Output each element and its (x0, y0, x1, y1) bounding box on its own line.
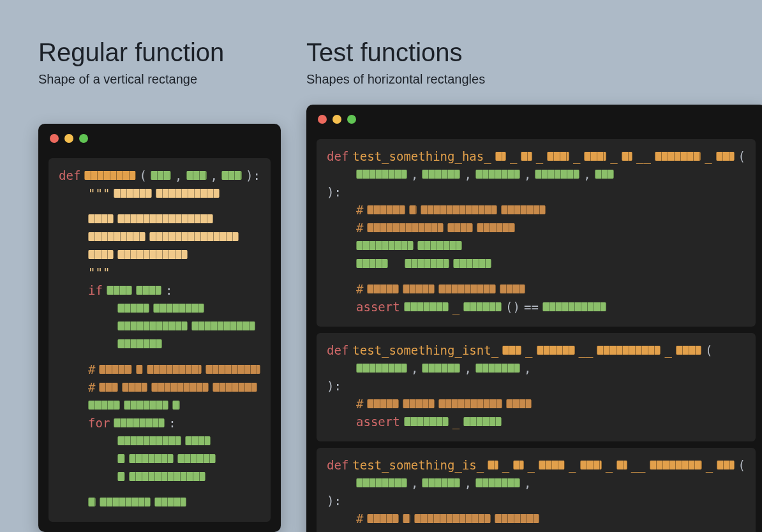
comment-block (414, 514, 491, 523)
fn-name-block (597, 346, 661, 355)
minimize-icon[interactable] (332, 115, 341, 124)
comment-block (447, 223, 473, 232)
comma: , (524, 476, 531, 490)
zoom-icon[interactable] (79, 134, 88, 143)
code-line: , , , (327, 475, 745, 491)
zoom-icon[interactable] (347, 115, 356, 124)
comma: , (464, 167, 471, 181)
minimize-icon[interactable] (64, 134, 73, 143)
comment-block (421, 205, 497, 214)
regular-function-pane: def (, , ): """ (49, 158, 271, 522)
code-line (59, 494, 260, 510)
fn-name-block (495, 152, 506, 161)
fn-name-block (717, 461, 734, 469)
code-line: ): (327, 184, 745, 200)
test-fn-name: test_something_has_ (352, 149, 491, 163)
fn-name-block (616, 461, 627, 469)
blank-line (59, 202, 260, 211)
docstring-block (156, 189, 220, 198)
stmt-block (117, 304, 149, 313)
keyword-for: for (88, 416, 110, 430)
docstring-block (117, 250, 188, 259)
var-block (124, 401, 168, 410)
comment-block (99, 383, 118, 392)
fn-name-block (580, 461, 602, 469)
comment-block (506, 399, 532, 408)
fn-name-block (676, 346, 701, 355)
code-line: # (327, 202, 745, 218)
comment-block (438, 399, 502, 408)
comment-hash: # (356, 397, 363, 411)
close-paren-colon: ): (327, 494, 341, 508)
expr-block (542, 302, 606, 311)
code-line: ): (327, 492, 745, 509)
code-body: def (, , ): """ (38, 149, 281, 532)
param-block (535, 170, 579, 179)
docstring-block (117, 214, 213, 223)
left-title: Regular function (38, 38, 281, 67)
stmt-block (153, 304, 204, 313)
stmt-block (117, 339, 162, 348)
docstring-open: """ (88, 186, 110, 200)
comment-block (409, 205, 417, 214)
parens: () (505, 300, 520, 314)
titlebar (38, 124, 281, 149)
fn-name-block (513, 461, 523, 469)
param-block (422, 478, 460, 487)
docstring-block (88, 232, 146, 241)
test-function-pane: def test_something_isnt_____( , , , ): # (317, 333, 756, 441)
close-icon[interactable] (50, 134, 59, 143)
right-subtitle: Shapes of horizontal rectangles (306, 72, 762, 87)
param-block (151, 171, 171, 180)
keyword-def: def (327, 149, 348, 163)
stmt-block (117, 321, 188, 330)
close-icon[interactable] (318, 115, 327, 124)
code-line (327, 237, 745, 254)
code-line (59, 397, 260, 413)
colon: : (165, 283, 172, 297)
param-block (186, 171, 207, 180)
keyword-def: def (327, 343, 348, 357)
code-line: def (, , ): (59, 167, 260, 184)
comment-block (403, 399, 435, 408)
fn-name-block (539, 461, 565, 469)
fn-name-block (650, 461, 702, 469)
code-line (59, 211, 260, 227)
stmt-block (117, 454, 125, 463)
comma: , (211, 168, 218, 182)
var-block (136, 286, 161, 295)
stmt-block (417, 241, 462, 250)
code-line: , , , , (327, 166, 745, 182)
comma: , (411, 361, 418, 375)
fn-name-block (84, 171, 135, 180)
comment-block (367, 205, 405, 214)
docstring-block (88, 250, 114, 259)
comma: , (411, 167, 418, 181)
code-line: """ (59, 185, 260, 202)
code-line (59, 300, 260, 316)
comment-hash: # (88, 380, 95, 394)
test-fn-name: test_something_is_ (352, 458, 484, 472)
param-block (475, 170, 520, 179)
param-block (356, 170, 407, 179)
docstring-close: """ (88, 265, 110, 279)
comment-block (205, 365, 260, 374)
comment-hash: # (356, 282, 363, 296)
code-line: assert _() == (327, 299, 745, 315)
left-column: Regular function Shape of a vertical rec… (38, 38, 281, 532)
param-block (356, 364, 407, 373)
keyword-assert: assert (356, 415, 400, 429)
stmt-block (100, 498, 151, 506)
stmt-block (185, 436, 211, 445)
eq-op: == (524, 300, 539, 314)
comment-hash: # (356, 512, 363, 526)
stmt-block (356, 259, 388, 268)
docstring-block (114, 189, 152, 198)
fn-name-block (547, 152, 569, 161)
param-block (595, 170, 614, 179)
comment-block (438, 284, 496, 293)
fn-name-block (584, 152, 606, 161)
keyword-def: def (59, 168, 80, 182)
code-line: def test_something_is________( (327, 457, 745, 473)
comment-block (147, 365, 202, 374)
